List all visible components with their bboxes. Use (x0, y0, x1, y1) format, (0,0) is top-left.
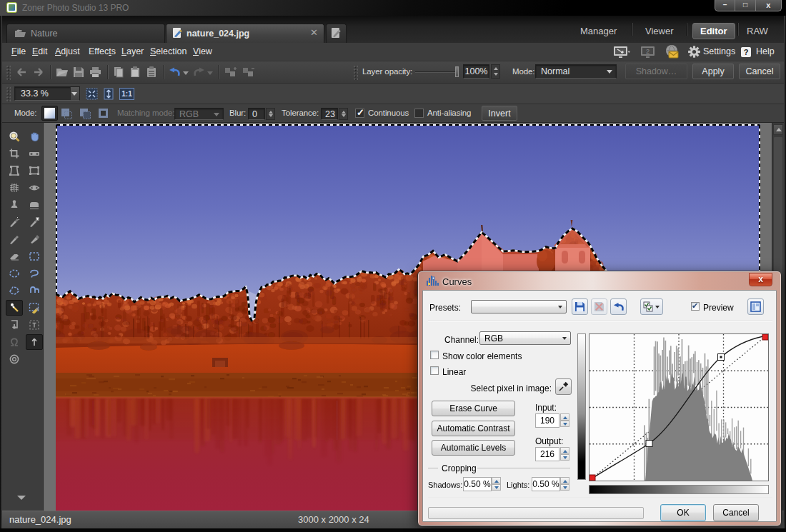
svg-text:2: 2 (646, 48, 650, 55)
